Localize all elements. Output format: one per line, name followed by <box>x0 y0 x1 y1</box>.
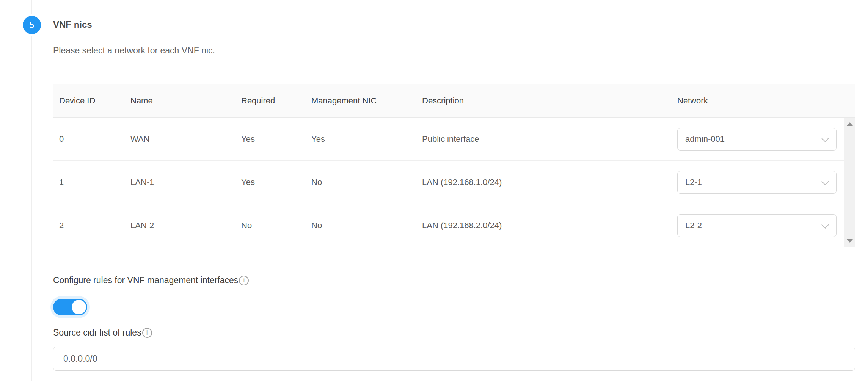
network-select[interactable]: L2-1 <box>677 171 837 194</box>
network-select-value: admin-001 <box>685 134 725 144</box>
table-scrollbar[interactable] <box>844 118 855 247</box>
network-select[interactable]: L2-2 <box>677 214 837 237</box>
triangle-up-icon <box>847 122 853 126</box>
triangle-down-icon <box>847 239 853 243</box>
cell-description: Public interface <box>416 118 671 160</box>
vnf-nics-step-panel: 5 VNF nics Please select a network for e… <box>0 0 868 381</box>
step-number: 5 <box>30 20 35 30</box>
chevron-down-icon <box>821 178 829 185</box>
chevron-down-icon <box>821 221 829 229</box>
column-header-network: Network <box>671 84 855 117</box>
cell-device-id: 1 <box>53 161 124 204</box>
step-connector-line-top <box>31 0 32 14</box>
cell-management-nic: Yes <box>305 118 416 160</box>
step-indicator: 5 <box>23 16 41 34</box>
source-cidr-label-row: Source cidr list of rules i <box>53 328 152 338</box>
configure-rules-label: Configure rules for VNF management inter… <box>53 275 238 285</box>
scroll-up-button[interactable] <box>844 118 855 130</box>
cell-network: L2-2 <box>671 204 844 247</box>
configure-rules-toggle[interactable] <box>53 299 87 315</box>
info-glyph: i <box>243 277 245 284</box>
cell-management-nic: No <box>305 161 416 204</box>
chevron-down-icon <box>821 135 829 142</box>
table-row: 0 WAN Yes Yes Public interface admin-001 <box>53 118 844 161</box>
cell-network: admin-001 <box>671 118 844 160</box>
cell-name: WAN <box>124 118 235 160</box>
network-select-value: L2-1 <box>685 177 702 187</box>
network-select[interactable]: admin-001 <box>677 128 837 151</box>
source-cidr-input[interactable] <box>53 347 855 371</box>
configure-rules-label-row: Configure rules for VNF management inter… <box>53 275 249 285</box>
table-header-row: Device ID Name Required Management NIC D… <box>53 84 855 118</box>
table-row: 1 LAN-1 Yes No LAN (192.168.1.0/24) L2-1 <box>53 161 844 204</box>
info-glyph: i <box>146 329 148 336</box>
network-select-value: L2-2 <box>685 221 702 230</box>
panel-left-border <box>5 0 5 381</box>
step-connector-line-bottom <box>31 36 32 381</box>
cell-device-id: 0 <box>53 118 124 160</box>
cell-required: Yes <box>235 161 305 204</box>
source-cidr-label: Source cidr list of rules <box>53 328 141 338</box>
cell-network: L2-1 <box>671 161 844 204</box>
cell-required: No <box>235 204 305 247</box>
table-body: 0 WAN Yes Yes Public interface admin-001… <box>53 118 844 247</box>
page-title: VNF nics <box>53 19 92 30</box>
cell-name: LAN-2 <box>124 204 235 247</box>
cell-device-id: 2 <box>53 204 124 247</box>
cell-description: LAN (192.168.1.0/24) <box>416 161 671 204</box>
page-subtitle: Please select a network for each VNF nic… <box>53 45 215 56</box>
column-header-required: Required <box>235 84 305 117</box>
table-row: 2 LAN-2 No No LAN (192.168.2.0/24) L2-2 <box>53 204 844 247</box>
column-header-device-id: Device ID <box>53 84 124 117</box>
toggle-knob <box>72 300 86 314</box>
scroll-down-button[interactable] <box>844 234 855 247</box>
cell-description: LAN (192.168.2.0/24) <box>416 204 671 247</box>
column-header-management-nic: Management NIC <box>305 84 416 117</box>
info-circle-icon[interactable]: i <box>239 276 249 285</box>
column-header-description: Description <box>416 84 671 117</box>
vnf-nics-table: Device ID Name Required Management NIC D… <box>53 84 855 247</box>
cell-management-nic: No <box>305 204 416 247</box>
cell-name: LAN-1 <box>124 161 235 204</box>
info-circle-icon[interactable]: i <box>142 328 152 338</box>
column-header-name: Name <box>124 84 235 117</box>
cell-required: Yes <box>235 118 305 160</box>
